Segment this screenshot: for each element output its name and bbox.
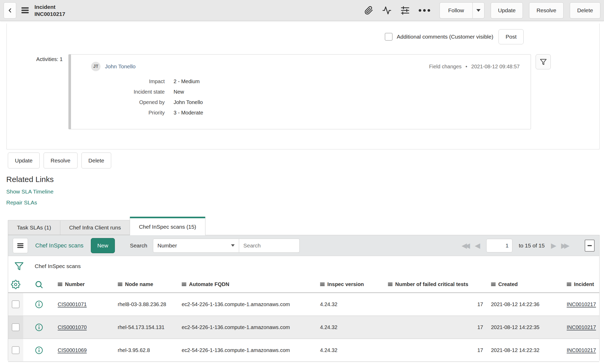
inspec-version-cell: 4.24.32 bbox=[317, 324, 385, 330]
search-field-value: Number bbox=[157, 242, 177, 249]
list-table: Number Node name Automate FQDN Inspec ve… bbox=[8, 276, 599, 362]
tab-chef-inspec-scans[interactable]: Chef InSpec scans (15) bbox=[130, 217, 205, 235]
scan-number-link[interactable]: CIS0001069 bbox=[58, 347, 87, 353]
additional-comments-checkbox[interactable] bbox=[385, 33, 393, 41]
failed-critical-tests-cell: 17 bbox=[385, 347, 488, 353]
app-header: Incident INC0010217 Follow Update Resolv… bbox=[0, 0, 604, 21]
scan-number-link[interactable]: CIS0001071 bbox=[58, 301, 87, 307]
tab-task-slas[interactable]: Task SLAs (1) bbox=[8, 220, 60, 235]
automate-fqdn-cell: ec2-54-226-1-136.compute-1.amazonaws.com bbox=[179, 347, 317, 353]
post-button[interactable]: Post bbox=[499, 29, 524, 44]
resolve-button[interactable]: Resolve bbox=[44, 153, 78, 168]
inspec-version-cell: 4.24.32 bbox=[317, 301, 385, 307]
column-header-inspec-version[interactable]: Inspec version bbox=[317, 281, 385, 287]
column-menu-icon bbox=[491, 282, 496, 287]
list-menu-icon bbox=[17, 242, 23, 249]
pagination: ◀◀ ◀ to 15 of 15 ▶ ▶▶ bbox=[461, 239, 595, 252]
column-header-created[interactable]: Created bbox=[488, 281, 564, 287]
incident-link[interactable]: INC0010217 bbox=[567, 347, 596, 353]
attachment-icon[interactable] bbox=[364, 6, 373, 15]
created-cell: 2021-08-12 14:22:35 bbox=[488, 324, 564, 330]
personalize-sliders-icon[interactable] bbox=[400, 6, 410, 15]
pagination-first-button[interactable]: ◀◀ bbox=[461, 241, 470, 250]
activity-stream-icon[interactable] bbox=[382, 6, 392, 15]
table-header-row: Number Node name Automate FQDN Inspec ve… bbox=[8, 276, 599, 293]
link-repair-slas[interactable]: Repair SLAs bbox=[6, 199, 37, 206]
field-value: New bbox=[174, 89, 184, 95]
field-label: Priority bbox=[69, 110, 165, 116]
funnel-icon bbox=[540, 58, 547, 65]
column-menu-icon bbox=[388, 282, 393, 287]
activity-field-row: Incident state New bbox=[69, 89, 531, 95]
field-label: Incident state bbox=[69, 89, 165, 95]
activity-filter-button[interactable] bbox=[536, 54, 551, 69]
activity-event-type: Field changes bbox=[429, 64, 462, 70]
app-menu-icon[interactable] bbox=[21, 6, 29, 14]
column-header-automate-fqdn[interactable]: Automate FQDN bbox=[179, 281, 317, 287]
row-checkbox[interactable] bbox=[12, 323, 20, 331]
follow-dropdown-button[interactable] bbox=[472, 2, 484, 19]
collapse-list-button[interactable] bbox=[585, 240, 595, 252]
pagination-prev-button[interactable]: ◀ bbox=[475, 241, 480, 250]
info-icon[interactable] bbox=[23, 323, 55, 331]
node-name-cell: rhel-54.173.154.131 bbox=[115, 324, 179, 330]
list-menu-button[interactable] bbox=[13, 238, 28, 253]
list-breadcrumb[interactable]: Chef InSpec scans bbox=[35, 263, 81, 269]
follow-button[interactable]: Follow bbox=[440, 2, 472, 19]
back-button[interactable] bbox=[4, 2, 16, 19]
tab-chef-infra-client-runs[interactable]: Chef Infra Client runs bbox=[60, 220, 130, 235]
delete-button-header[interactable]: Delete bbox=[570, 2, 600, 19]
activity-timestamp: 2021-08-12 09:48:57 bbox=[471, 64, 520, 70]
more-options-icon[interactable] bbox=[419, 9, 430, 12]
gear-icon[interactable] bbox=[8, 280, 23, 289]
failed-critical-tests-cell: 17 bbox=[385, 324, 488, 330]
update-button[interactable]: Update bbox=[8, 153, 40, 168]
list-filter-funnel-icon[interactable] bbox=[14, 262, 24, 271]
related-links-title: Related Links bbox=[6, 175, 604, 184]
update-button-header[interactable]: Update bbox=[491, 2, 523, 19]
link-show-sla-timeline[interactable]: Show SLA Timeline bbox=[6, 189, 54, 195]
search-field-select[interactable]: Number bbox=[153, 239, 239, 253]
row-checkbox[interactable] bbox=[12, 346, 20, 354]
table-row: CIS0001071 rhel8-03-3.88.236.28 ec2-54-2… bbox=[8, 293, 599, 316]
new-button[interactable]: New bbox=[91, 238, 115, 253]
column-header-incident[interactable]: Incident bbox=[564, 281, 599, 287]
node-name-cell: rhel-3.95.62.8 bbox=[115, 347, 179, 353]
search-input[interactable] bbox=[239, 239, 300, 253]
avatar: JT bbox=[91, 62, 100, 71]
column-search-icon[interactable] bbox=[23, 280, 55, 289]
page-title: Incident INC0010217 bbox=[34, 3, 65, 17]
related-lists-tabs: Task SLAs (1) Chef Infra Client runs Che… bbox=[8, 217, 604, 235]
column-header-failed-critical-tests[interactable]: Number of failed critical tests bbox=[385, 281, 488, 287]
chevron-left-icon bbox=[7, 7, 13, 14]
activity-field-row: Impact 2 - Medium bbox=[69, 78, 531, 84]
incident-link[interactable]: INC0010217 bbox=[567, 324, 596, 330]
column-menu-icon bbox=[58, 282, 62, 287]
row-checkbox[interactable] bbox=[12, 300, 20, 308]
field-value: 2 - Medium bbox=[174, 78, 200, 84]
info-icon[interactable] bbox=[23, 346, 55, 354]
list-toolbar: Chef InSpec scans New Search Number ◀◀ ◀… bbox=[8, 235, 599, 256]
activity-accent-bar bbox=[69, 54, 71, 129]
column-menu-icon bbox=[118, 282, 122, 287]
field-value: 3 - Moderate bbox=[174, 110, 203, 116]
pagination-last-button[interactable]: ▶▶ bbox=[561, 241, 570, 250]
scan-number-link[interactable]: CIS0001070 bbox=[58, 324, 87, 330]
info-icon[interactable] bbox=[23, 300, 55, 308]
pagination-next-button[interactable]: ▶ bbox=[551, 241, 556, 250]
activity-meta-separator: • bbox=[465, 64, 467, 70]
column-menu-icon bbox=[567, 282, 571, 287]
activity-author[interactable]: John Tonello bbox=[105, 63, 136, 70]
inspec-version-cell: 4.24.32 bbox=[317, 347, 385, 353]
created-cell: 2021-08-12 14:22:36 bbox=[488, 301, 564, 307]
page-title-number: INC0010217 bbox=[34, 10, 65, 17]
column-menu-icon bbox=[320, 282, 325, 287]
column-header-node-name[interactable]: Node name bbox=[115, 281, 179, 287]
additional-comments-label[interactable]: Additional comments (Customer visible) bbox=[397, 34, 493, 40]
page-input[interactable] bbox=[486, 239, 512, 252]
column-header-number[interactable]: Number bbox=[55, 281, 115, 287]
created-cell: 2021-08-12 14:22:32 bbox=[488, 347, 564, 353]
incident-link[interactable]: INC0010217 bbox=[567, 301, 596, 307]
delete-button[interactable]: Delete bbox=[81, 153, 111, 168]
resolve-button-header[interactable]: Resolve bbox=[529, 2, 564, 19]
